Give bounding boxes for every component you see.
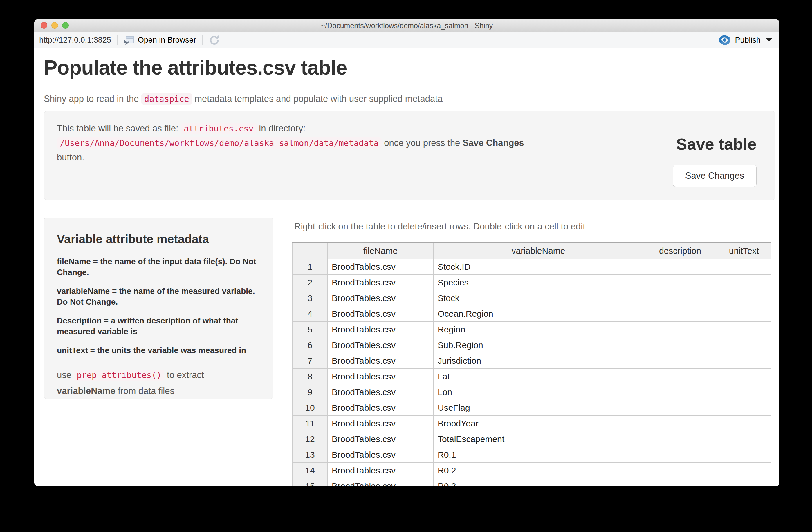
table-cell-description[interactable] xyxy=(643,275,717,290)
column-header-unitText[interactable]: unitText xyxy=(717,242,771,259)
table-cell-unitText[interactable] xyxy=(717,306,771,322)
subtitle-text: Shiny app to read in the xyxy=(44,94,141,104)
table-cell-description[interactable] xyxy=(643,400,717,416)
table-cell-description[interactable] xyxy=(643,463,717,478)
table-row: 13BroodTables.csvR0.1 xyxy=(292,447,771,463)
table-cell-description[interactable] xyxy=(643,322,717,337)
table-cell-description[interactable] xyxy=(643,384,717,400)
table-cell-variableName[interactable]: UseFlag xyxy=(434,400,643,416)
table-cell-variableName[interactable]: Lat xyxy=(434,369,643,384)
app-content: Populate the attributes.csv table Shiny … xyxy=(34,48,780,486)
table-corner-header[interactable] xyxy=(292,242,328,259)
table-cell-description[interactable] xyxy=(643,337,717,353)
table-cell-fileName[interactable]: BroodTables.csv xyxy=(328,447,434,463)
table-cell-fileName[interactable]: BroodTables.csv xyxy=(328,416,434,431)
row-number-cell[interactable]: 2 xyxy=(292,275,328,290)
table-cell-unitText[interactable] xyxy=(717,463,771,478)
table-cell-fileName[interactable]: BroodTables.csv xyxy=(328,400,434,416)
column-header-fileName[interactable]: fileName xyxy=(328,242,434,259)
table-cell-unitText[interactable] xyxy=(717,478,771,486)
row-number-cell[interactable]: 3 xyxy=(292,290,328,306)
table-cell-unitText[interactable] xyxy=(717,259,771,275)
table-cell-fileName[interactable]: BroodTables.csv xyxy=(328,306,434,322)
minimize-window-button[interactable] xyxy=(52,22,58,29)
table-cell-variableName[interactable]: Species xyxy=(434,275,643,290)
table-cell-unitText[interactable] xyxy=(717,431,771,447)
table-cell-variableName[interactable]: R0.1 xyxy=(434,447,643,463)
open-in-browser-button[interactable]: Open in Browser xyxy=(124,35,196,45)
table-cell-description[interactable] xyxy=(643,290,717,306)
table-cell-description[interactable] xyxy=(643,431,717,447)
table-cell-variableName[interactable]: Stock.ID xyxy=(434,259,643,275)
row-number-cell[interactable]: 12 xyxy=(292,431,328,447)
table-cell-description[interactable] xyxy=(643,353,717,369)
table-cell-unitText[interactable] xyxy=(717,290,771,306)
table-cell-unitText[interactable] xyxy=(717,275,771,290)
open-in-browser-icon xyxy=(124,35,134,45)
table-cell-fileName[interactable]: BroodTables.csv xyxy=(328,369,434,384)
table-cell-description[interactable] xyxy=(643,447,717,463)
table-cell-fileName[interactable]: BroodTables.csv xyxy=(328,384,434,400)
table-cell-variableName[interactable]: Lon xyxy=(434,384,643,400)
column-header-description[interactable]: description xyxy=(643,242,717,259)
table-cell-variableName[interactable]: Sub.Region xyxy=(434,337,643,353)
zoom-window-button[interactable] xyxy=(62,22,69,29)
table-cell-variableName[interactable]: BroodYear xyxy=(434,416,643,431)
table-cell-fileName[interactable]: BroodTables.csv xyxy=(328,275,434,290)
row-number-cell[interactable]: 13 xyxy=(292,447,328,463)
row-number-cell[interactable]: 1 xyxy=(292,259,328,275)
table-cell-description[interactable] xyxy=(643,478,717,486)
table-cell-fileName[interactable]: BroodTables.csv xyxy=(328,337,434,353)
usage-text-segment: from data files xyxy=(116,386,174,396)
table-cell-description[interactable] xyxy=(643,259,717,275)
table-cell-fileName[interactable]: BroodTables.csv xyxy=(328,290,434,306)
table-cell-description[interactable] xyxy=(643,369,717,384)
table-cell-unitText[interactable] xyxy=(717,369,771,384)
close-window-button[interactable] xyxy=(41,22,47,29)
row-number-cell[interactable]: 6 xyxy=(292,337,328,353)
table-cell-variableName[interactable]: TotalEscapement xyxy=(434,431,643,447)
row-number-cell[interactable]: 4 xyxy=(292,306,328,322)
table-cell-variableName[interactable]: Jurisdiction xyxy=(434,353,643,369)
table-cell-fileName[interactable]: BroodTables.csv xyxy=(328,259,434,275)
table-cell-description[interactable] xyxy=(643,306,717,322)
attributes-csv-code-chip: attributes.csv xyxy=(181,123,256,134)
table-cell-unitText[interactable] xyxy=(717,384,771,400)
table-cell-variableName[interactable]: Stock xyxy=(434,290,643,306)
table-cell-fileName[interactable]: BroodTables.csv xyxy=(328,478,434,486)
table-cell-unitText[interactable] xyxy=(717,400,771,416)
table-row: 14BroodTables.csvR0.2 xyxy=(292,463,771,478)
table-cell-variableName[interactable]: Ocean.Region xyxy=(434,306,643,322)
table-cell-variableName[interactable]: R0.3 xyxy=(434,478,643,486)
row-number-cell[interactable]: 10 xyxy=(292,400,328,416)
save-changes-button[interactable]: Save Changes xyxy=(673,165,757,187)
table-cell-variableName[interactable]: Region xyxy=(434,322,643,337)
table-row: 6BroodTables.csvSub.Region xyxy=(292,337,771,353)
table-cell-unitText[interactable] xyxy=(717,447,771,463)
row-number-cell[interactable]: 9 xyxy=(292,384,328,400)
row-number-cell[interactable]: 15 xyxy=(292,478,328,486)
refresh-icon xyxy=(208,34,220,46)
row-number-cell[interactable]: 11 xyxy=(292,416,328,431)
table-cell-unitText[interactable] xyxy=(717,353,771,369)
table-row: 4BroodTables.csvOcean.Region xyxy=(292,306,771,322)
table-cell-fileName[interactable]: BroodTables.csv xyxy=(328,431,434,447)
variable-metadata-panel: Variable attribute metadata fileName = t… xyxy=(44,218,273,399)
table-cell-variableName[interactable]: R0.2 xyxy=(434,463,643,478)
save-table-heading: Save table xyxy=(676,135,757,153)
table-cell-unitText[interactable] xyxy=(717,416,771,431)
column-header-variableName[interactable]: variableName xyxy=(434,242,643,259)
table-cell-unitText[interactable] xyxy=(717,337,771,353)
row-number-cell[interactable]: 7 xyxy=(292,353,328,369)
table-cell-fileName[interactable]: BroodTables.csv xyxy=(328,463,434,478)
row-number-cell[interactable]: 14 xyxy=(292,463,328,478)
table-row: 3BroodTables.csvStock xyxy=(292,290,771,306)
table-cell-fileName[interactable]: BroodTables.csv xyxy=(328,322,434,337)
table-cell-fileName[interactable]: BroodTables.csv xyxy=(328,353,434,369)
row-number-cell[interactable]: 5 xyxy=(292,322,328,337)
table-cell-unitText[interactable] xyxy=(717,322,771,337)
table-cell-description[interactable] xyxy=(643,416,717,431)
publish-button[interactable]: Publish xyxy=(718,34,772,46)
row-number-cell[interactable]: 8 xyxy=(292,369,328,384)
refresh-button[interactable] xyxy=(208,34,220,46)
